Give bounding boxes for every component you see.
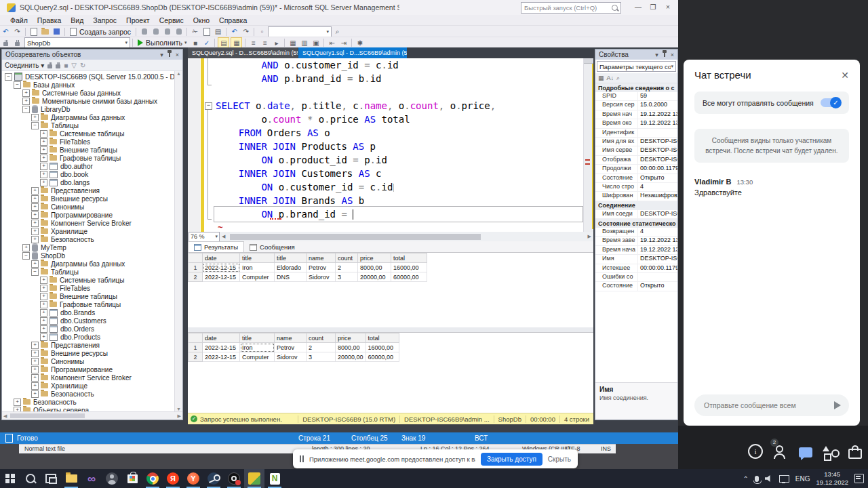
tab-sqlquery1[interactable]: SQLQuery1.sql - D...SC66B9\admin (58)) — [298, 47, 407, 58]
tree-item[interactable]: +dbo.Brands — [2, 308, 174, 317]
stop-sharing-button[interactable]: Закрыть доступ — [481, 453, 542, 466]
property-row[interactable]: Время заве19.12.2022 13:4 — [595, 237, 677, 245]
property-row[interactable]: Время нач19.12.2022 13:4 — [595, 110, 677, 119]
result-row[interactable]: 22022-12-15ComputerDNSSidorov320000,0060… — [189, 272, 427, 282]
tray-expand-icon[interactable]: ⌃ — [743, 475, 748, 483]
result-cell[interactable]: Computer — [240, 352, 275, 362]
expand-icon[interactable]: + — [31, 220, 39, 227]
pin-icon[interactable] — [664, 53, 665, 57]
tree-item[interactable]: +Безопасность — [2, 390, 174, 398]
results-to-text-icon[interactable]: ▤ — [218, 37, 229, 48]
chrome-button[interactable] — [142, 469, 163, 488]
tree-item[interactable]: +Компонент Service Broker — [2, 219, 174, 227]
expand-icon[interactable]: + — [31, 203, 39, 211]
column-header[interactable]: count — [307, 333, 336, 343]
find-combo[interactable]: ▾ — [268, 26, 332, 37]
property-row[interactable]: Имя для вхDESKTOP-ISC66 — [595, 138, 677, 146]
expand-icon[interactable]: + — [40, 138, 47, 146]
property-row[interactable]: Ошибки со — [595, 273, 677, 282]
row-number-header[interactable] — [189, 253, 203, 263]
hscroll-thumb[interactable] — [230, 234, 481, 240]
notepadpp-button[interactable]: N — [264, 469, 285, 488]
tree-item[interactable]: −ShopDb — [2, 251, 174, 260]
expand-icon[interactable]: + — [31, 228, 39, 235]
tree-item[interactable]: +Диаграммы баз данных — [2, 260, 174, 268]
column-header[interactable]: price — [358, 253, 391, 263]
property-row[interactable]: ШифрованНезашифрова — [595, 192, 677, 201]
tree-item[interactable]: −Таблицы — [2, 121, 174, 129]
column-header[interactable]: name — [307, 253, 336, 263]
disconnect-server-icon[interactable] — [56, 64, 60, 68]
send-icon[interactable] — [834, 401, 841, 409]
expand-icon[interactable]: + — [40, 325, 47, 333]
uncomment-icon[interactable]: ≡ — [260, 38, 270, 47]
hide-button[interactable]: Скрыть — [548, 455, 571, 463]
selection-box-icon[interactable]: ▫ — [257, 27, 267, 37]
tree-item[interactable]: +Внешние таблицы — [2, 146, 174, 154]
property-category[interactable]: Состояние статистическо — [595, 219, 677, 228]
result-cell[interactable]: 8000,00 — [358, 263, 391, 272]
redo-icon[interactable]: ↷ — [241, 27, 251, 37]
start-button[interactable] — [0, 469, 20, 488]
tree-item[interactable]: +Системные таблицы — [2, 129, 174, 138]
tree-item[interactable]: −Таблицы — [2, 268, 174, 276]
editor-zoom-selector[interactable]: 76 % ▾ — [189, 232, 220, 242]
properties-object-selector[interactable]: Параметры текущего сое ▾ — [597, 61, 676, 72]
property-row[interactable]: Истекшее00:00:00.117932 — [595, 264, 677, 273]
column-header[interactable]: title — [240, 253, 275, 263]
tree-item[interactable]: +dbo.author — [2, 162, 174, 170]
tree-item[interactable]: +Системные таблицы — [2, 276, 174, 284]
restore-button[interactable]: ❐ — [646, 2, 660, 13]
cancel-query-icon[interactable]: ■ — [190, 38, 200, 47]
expand-icon[interactable]: + — [40, 277, 47, 284]
expand-icon[interactable]: + — [31, 382, 39, 390]
tree-item[interactable]: +Графовые таблицы — [2, 300, 174, 308]
result-cell[interactable]: 16000,00 — [391, 263, 427, 272]
menu-вид[interactable]: Вид — [66, 16, 88, 24]
object-explorer-tree[interactable]: −DESKTOP-ISC66B9 (SQL Server 15.0.2000.5… — [2, 71, 174, 411]
column-header[interactable]: date — [203, 253, 240, 263]
account-app-button[interactable] — [102, 469, 122, 488]
property-category[interactable]: Подробные сведения о с — [595, 83, 677, 92]
collapse-icon[interactable]: − — [5, 73, 12, 81]
increase-indent-icon[interactable]: ⇥ — [338, 38, 349, 47]
results-splitter[interactable] — [188, 327, 593, 332]
result-cell[interactable]: 60000,00 — [391, 272, 427, 282]
tree-item[interactable]: +Диаграммы баз данных — [2, 113, 174, 121]
properties-grid[interactable]: Подробные сведения о сSPID59Версия сер15… — [595, 83, 677, 382]
tree-item[interactable]: +Системные базы данных — [2, 89, 174, 97]
results-grid-1[interactable]: datetitletitlenamecountpricetotal12022-1… — [188, 252, 593, 328]
result-cell[interactable]: Sidorov — [307, 272, 336, 282]
expand-icon[interactable]: + — [31, 374, 39, 382]
database-icon-2[interactable] — [151, 27, 161, 37]
expand-icon[interactable]: + — [22, 89, 30, 97]
column-header[interactable]: title — [240, 333, 275, 343]
cut-icon[interactable]: ✁ — [190, 27, 200, 37]
expand-icon[interactable]: + — [40, 333, 47, 341]
tree-item[interactable]: −LibraryDb — [2, 105, 174, 113]
stop-icon[interactable]: ■ — [64, 62, 68, 69]
result-cell[interactable]: 2 — [307, 343, 336, 352]
result-cell[interactable]: 60000,00 — [366, 352, 399, 362]
include-plan-icon[interactable]: ▥ — [299, 38, 309, 47]
property-row[interactable]: Возвращен4 — [595, 228, 677, 237]
menu-сервис[interactable]: Сервис — [155, 16, 189, 24]
tree-item[interactable]: +dbo.book — [2, 170, 174, 178]
menu-справка[interactable]: Справка — [214, 16, 252, 24]
navigate-forward-icon[interactable]: ↷ — [12, 27, 22, 37]
column-header[interactable]: count — [336, 253, 358, 263]
refresh-icon[interactable]: ↻ — [80, 62, 85, 69]
tree-item[interactable]: +Внешние таблицы — [2, 292, 174, 300]
property-row[interactable]: Время око19.12.2022 13:4 — [595, 119, 677, 128]
participants-button[interactable]: 2 — [773, 444, 791, 462]
collapse-icon[interactable]: − — [31, 122, 39, 129]
expand-icon[interactable]: + — [31, 366, 39, 373]
paste-icon[interactable]: ▤ — [213, 27, 223, 37]
row-number-header[interactable] — [189, 333, 203, 343]
quick-launch-input[interactable]: Быстрый запуск (Ctrl+Q) — [521, 2, 621, 14]
column-header[interactable]: price — [336, 333, 366, 343]
results-to-grid-icon[interactable]: ▦ — [231, 37, 242, 48]
result-cell[interactable]: 2022-12-15 — [203, 263, 240, 272]
collapse-icon[interactable]: − — [14, 81, 21, 89]
tree-item[interactable]: +Компонент Service Broker — [2, 373, 174, 382]
